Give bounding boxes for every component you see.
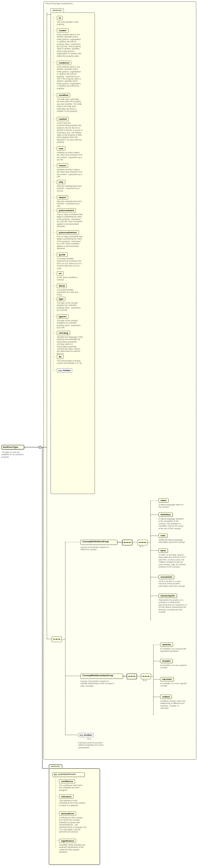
child-hierarchyinfo: hierarchyInfo	[159, 594, 177, 598]
qattr-confidence: confidence	[59, 779, 75, 783]
attr-literal-desc: A concept identifier expressed as a free…	[57, 289, 82, 296]
attr-uri-desc: A URI which identifies a concept.	[57, 276, 82, 281]
attr-how: how	[57, 147, 65, 151]
attr-typeuri: typeuri	[57, 314, 68, 319]
qattr-confidence-desc: The confidence with which the metadata h…	[59, 784, 85, 792]
attr-id-desc: The local identifier of the property	[57, 21, 80, 26]
child-related: related	[160, 694, 172, 699]
attr-pubconstraint: pubconstraint	[57, 208, 76, 213]
sequence-compositor-main	[52, 637, 62, 642]
sequence-compositor-defgroup-inner	[138, 540, 148, 546]
attr-creator-desc: If the property value is not defined, sp…	[57, 33, 82, 57]
qattr-relevance: relevance	[59, 795, 74, 799]
sequence-compositor-relgroup-inner	[141, 674, 151, 679]
sequence-compositor-relgroup	[127, 674, 137, 679]
root-label: AudienceType	[3, 446, 18, 448]
conceptrelationshipsgroup: ConceptRelationshipsGroup	[80, 674, 123, 679]
extension-title: Flex1PropType (extension)	[46, 2, 73, 5]
sequence-compositor-defgroup	[122, 540, 132, 546]
qattr-derivedfrom-desc: A reference to the concept from which th…	[59, 817, 86, 833]
attr-why: why	[57, 180, 65, 184]
attr-pubconstrainturi: pubconstrainturi	[57, 230, 79, 235]
child-narrower-desc: An identifier of a more specific concept…	[160, 682, 187, 687]
child-broader: broader	[160, 659, 173, 663]
attr-pubconstraint-desc: One or many constraints that apply to pu…	[57, 213, 83, 227]
child-related-desc: A related concept, where the relationshi…	[160, 700, 187, 710]
quantify-attr-grp: grp: quantifyAttributes	[52, 772, 85, 777]
attr-qcode-desc: A concept identifier expressed as a stri…	[57, 258, 83, 270]
attr-dir: dir	[57, 355, 64, 359]
attr-xmllang-desc: Specifies the language of this property …	[57, 336, 83, 355]
child-definition: definition	[159, 513, 173, 517]
child-facet: facet	[159, 549, 168, 553]
occ-relgroup: 0..∞	[143, 679, 147, 681]
attr-uri: uri	[57, 271, 64, 276]
child-hierarchyinfo-desc: Represents the position of a concept in …	[159, 599, 187, 613]
qattr-relevance-desc: The relevance of the metadata to the new…	[59, 800, 85, 807]
conceptrelationshipsgroup-desc: A group of properties required to indica…	[80, 680, 114, 687]
child-sameas-desc: An identifier of a concept with equivale…	[160, 648, 187, 653]
child-facet-desc: In NAR 1.8 and later, facet is deprecate…	[159, 554, 187, 568]
child-note-desc: Additional natural language information …	[159, 539, 186, 544]
qattr-significance: significance	[59, 839, 76, 843]
attr-why-desc: Why the metadata has been included - exp…	[57, 185, 82, 192]
attributes2-tab: attributes	[49, 765, 62, 768]
root-desc: The type to cover all qualifiers for an …	[1, 451, 26, 458]
attr-pubconstrainturi-desc: One or many constraints that apply to pu…	[57, 236, 83, 250]
occ-defgroup: 0..∞	[140, 546, 143, 547]
attr-creatoruri-desc: If the property value is not defined, sp…	[57, 66, 82, 90]
attr-custom-desc: If set to true the corresponding propert…	[57, 122, 83, 144]
attr-literal: literal	[57, 284, 67, 288]
conceptdefinitiongroup: ConceptDefinitionGroup	[80, 540, 117, 545]
child-name-desc: A natural language name for the concept.	[159, 504, 186, 508]
child-sameas: sameAs	[160, 643, 173, 647]
attr-typeuri-desc: The type of the concept assigned as cont…	[57, 319, 82, 329]
child-definition-desc: A natural language definition of the sem…	[159, 518, 186, 530]
attr-whyuri: whyuri	[57, 195, 68, 199]
qattr-derivedfrom: derivedfrom	[59, 811, 76, 816]
attr-creator: creator	[57, 28, 68, 33]
child-narrower: narrower	[160, 677, 174, 681]
attributes-tab: attributes	[51, 8, 64, 12]
attr-creatoruri: creatoruri	[57, 61, 71, 65]
attr-modified: modified	[57, 93, 70, 97]
attr-xmllang: xml:lang	[57, 331, 70, 335]
any-other-elem-desc: Extension point for provider-defined pro…	[78, 742, 109, 749]
attr-any-other: any ##other	[57, 368, 72, 373]
inherit-marker	[39, 446, 41, 448]
attr-how-desc: Indicates by which means the value was e…	[57, 152, 82, 161]
attr-type-desc: The type of the concept assigned as cont…	[57, 302, 82, 312]
attr-custom: custom	[57, 117, 69, 121]
attr-howuri-desc: Indicates by which means the value was e…	[57, 168, 82, 178]
child-note: note	[159, 533, 167, 538]
child-remoteinfo: remoteInfo	[159, 575, 174, 579]
attr-modified-desc: The date (and, optionally, the time) whe…	[57, 98, 82, 112]
attr-howuri: howuri	[57, 163, 68, 168]
attr-type: type	[57, 297, 65, 301]
occ-anyother: 0..∞	[87, 738, 91, 740]
attr-id: id	[57, 16, 63, 20]
conceptdefinitiongroup-desc: A group of properties required to define…	[80, 546, 112, 551]
any-other-elem: any ##other	[78, 733, 93, 737]
qattr-significance-desc: A qualifier which indicates the expected…	[59, 844, 86, 854]
child-broader-desc: An identifier of a more generic concept.	[160, 664, 187, 669]
child-remoteinfo-desc: A link to an item or a web resource whic…	[159, 580, 186, 587]
attr-qcode: qcode	[57, 252, 67, 257]
child-name: name	[159, 498, 168, 502]
attr-dir-desc: The directionality of textual content (e…	[57, 360, 82, 365]
root-audiencetype: AudienceType	[1, 445, 24, 450]
attr-whyuri-desc: Why the metadata has been included - exp…	[57, 200, 82, 208]
